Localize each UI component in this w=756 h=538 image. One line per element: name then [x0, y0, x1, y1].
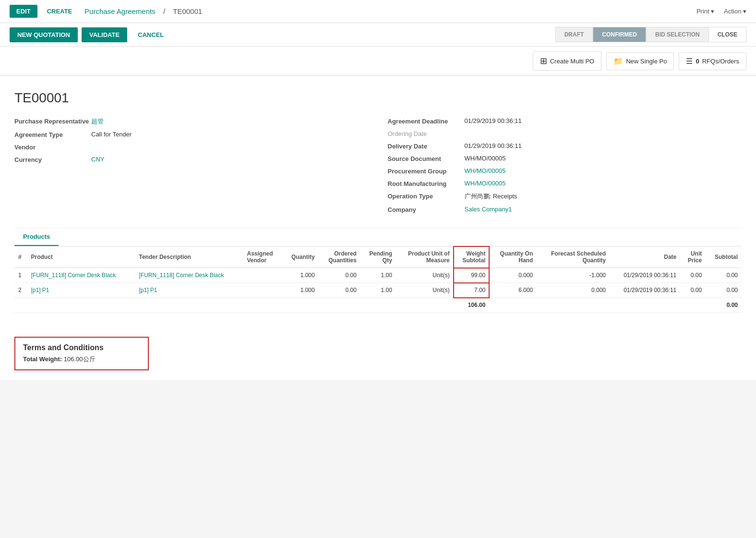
- col-uom: Product Unit ofMeasure: [396, 246, 454, 268]
- currency-row: Currency CNY: [14, 156, 369, 163]
- delivery-date-row: Delivery Date 01/29/2019 00:36:11: [388, 142, 742, 150]
- purchase-rep-value[interactable]: 超管: [91, 117, 104, 126]
- col-ordered-qty: OrderedQuantities: [319, 246, 360, 268]
- currency-label: Currency: [14, 156, 91, 163]
- total-weight-value: 106.00公斤: [64, 355, 96, 363]
- operation-type-label: Operation Type: [388, 192, 465, 200]
- ordering-date-label: Ordering Date: [388, 130, 465, 137]
- breadcrumb-separator: /: [163, 7, 165, 15]
- currency-value[interactable]: CNY: [91, 156, 104, 163]
- terms-section: Terms and Conditions Total Weight: 106.0…: [14, 337, 149, 370]
- col-pending-qty: PendingQty: [360, 246, 396, 268]
- edit-button[interactable]: EDIT: [10, 5, 37, 18]
- total-weight-label: Total Weight:: [23, 355, 62, 363]
- subtotal-total: 0.00: [706, 298, 742, 313]
- col-product: Product: [27, 246, 135, 268]
- status-bid-selection: BID SELECTION: [646, 27, 709, 42]
- col-num: #: [14, 246, 27, 268]
- procurement-group-value[interactable]: WH/MO/00005: [465, 167, 506, 174]
- cell-uom: Unit(s): [396, 268, 454, 283]
- agreement-type-label: Agreement Type: [14, 131, 91, 138]
- company-row: Company Sales Company1: [388, 206, 742, 213]
- source-doc-row: Source Document WH/MO/00005: [388, 155, 742, 162]
- create-button[interactable]: CREATE: [43, 5, 76, 18]
- cell-forecast-qty: 0.000: [537, 283, 610, 298]
- content-toolbar: ⊞ Create Multi PO 📁 New Single Po ☰ 0 RF…: [0, 47, 756, 76]
- cell-forecast-qty: -1.000: [537, 268, 610, 283]
- main-content: TE00001 Purchase Representative 超管 Agree…: [0, 76, 756, 380]
- cell-pending-qty: 1.00: [360, 268, 396, 283]
- validate-button[interactable]: VALIDATE: [82, 27, 127, 42]
- procurement-group-row: Procurement Group WH/MO/00005: [388, 167, 742, 175]
- top-right-actions: Print Action: [696, 8, 746, 15]
- cell-weight-subtotal: 99.00: [454, 268, 490, 283]
- tab-products[interactable]: Products: [14, 228, 59, 246]
- cell-unit-price: 0.00: [680, 268, 706, 283]
- source-doc-value: WH/MO/00005: [465, 155, 506, 162]
- col-tender-desc: Tender Description: [135, 246, 243, 268]
- cell-qty-on-hand: 6.000: [489, 283, 537, 298]
- cell-assigned-vendor: [243, 268, 282, 283]
- procurement-group-label: Procurement Group: [388, 167, 465, 175]
- delivery-date-value: 01/29/2019 00:36:11: [465, 142, 522, 149]
- delivery-date-label: Delivery Date: [388, 142, 465, 150]
- source-doc-label: Source Document: [388, 155, 465, 162]
- cell-unit-price: 0.00: [680, 283, 706, 298]
- new-quotation-button[interactable]: NEW QUOTATION: [10, 27, 78, 42]
- purchase-rep-label: Purchase Representative: [14, 117, 91, 125]
- col-unit-price: UnitPrice: [680, 246, 706, 268]
- single-po-icon: 📁: [613, 57, 623, 66]
- agreement-deadline-value: 01/29/2019 00:36:11: [465, 117, 522, 124]
- agreement-type-value: Call for Tender: [91, 131, 132, 138]
- col-assigned-vendor: AssignedVendor: [243, 246, 282, 268]
- cell-product[interactable]: [FURN_1118] Corner Desk Black: [27, 268, 135, 283]
- multi-po-icon: ⊞: [540, 56, 547, 66]
- cell-product[interactable]: [p1] P1: [27, 283, 135, 298]
- cancel-button[interactable]: CANCEL: [131, 27, 170, 42]
- breadcrumb-current: TE00001: [173, 7, 202, 15]
- cell-ordered-qty: 0.00: [319, 268, 360, 283]
- terms-content: Total Weight: 106.00公斤: [23, 355, 140, 364]
- status-draft: DRAFT: [555, 27, 593, 42]
- document-id: TE00001: [14, 90, 742, 106]
- weight-subtotal-total: 106.00: [454, 298, 490, 313]
- action-bar: NEW QUOTATION VALIDATE CANCEL DRAFT CONF…: [0, 23, 756, 47]
- cell-tender-desc[interactable]: [FURN_1118] Corner Desk Black: [135, 268, 243, 283]
- print-button[interactable]: Print: [696, 8, 714, 15]
- cell-subtotal: 0.00: [706, 268, 742, 283]
- cell-quantity: 1.000: [282, 283, 319, 298]
- terms-title: Terms and Conditions: [23, 343, 140, 352]
- agreement-type-row: Agreement Type Call for Tender: [14, 131, 369, 138]
- action-button[interactable]: Action: [724, 8, 746, 15]
- rfqs-label: RFQs/Orders: [702, 58, 739, 65]
- root-manufacturing-row: Root Manufacturing WH/MO/00005: [388, 180, 742, 187]
- cell-quantity: 1.000: [282, 268, 319, 283]
- cell-pending-qty: 1.00: [360, 283, 396, 298]
- cell-assigned-vendor: [243, 283, 282, 298]
- company-value[interactable]: Sales Company1: [465, 206, 512, 213]
- root-manufacturing-value[interactable]: WH/MO/00005: [465, 180, 506, 187]
- products-table: # Product Tender Description AssignedVen…: [14, 246, 742, 313]
- col-qty-on-hand: Quantity OnHand: [489, 246, 537, 268]
- agreement-deadline-label: Agreement Deadline: [388, 117, 465, 125]
- create-multi-po-button[interactable]: ⊞ Create Multi PO: [533, 51, 601, 71]
- vendor-label: Vendor: [14, 143, 91, 151]
- purchase-rep-row: Purchase Representative 超管: [14, 117, 369, 126]
- cell-tender-desc[interactable]: [p1] P1: [135, 283, 243, 298]
- operation-type-row: Operation Type 广州尚鹏: Receipts: [388, 192, 742, 201]
- tab-section: Products # Product Tender Description As…: [14, 228, 742, 313]
- rfqs-orders-button[interactable]: ☰ 0 RFQs/Orders: [679, 52, 746, 70]
- vendor-row: Vendor: [14, 143, 369, 151]
- rfq-icon: ☰: [686, 57, 693, 66]
- cell-date: 01/29/2019 00:36:11: [610, 268, 680, 283]
- cell-num: 2: [14, 283, 27, 298]
- cell-num: 1: [14, 268, 27, 283]
- company-label: Company: [388, 206, 465, 213]
- ordering-date-row: Ordering Date: [388, 130, 742, 137]
- new-single-po-button[interactable]: 📁 New Single Po: [606, 52, 674, 70]
- col-quantity: Quantity: [282, 246, 319, 268]
- form-right: Agreement Deadline 01/29/2019 00:36:11 O…: [388, 117, 742, 218]
- breadcrumb-parent[interactable]: Purchase Agreements: [84, 7, 156, 15]
- tab-header: Products: [14, 228, 742, 246]
- top-nav: EDIT CREATE Purchase Agreements / TE0000…: [0, 0, 756, 23]
